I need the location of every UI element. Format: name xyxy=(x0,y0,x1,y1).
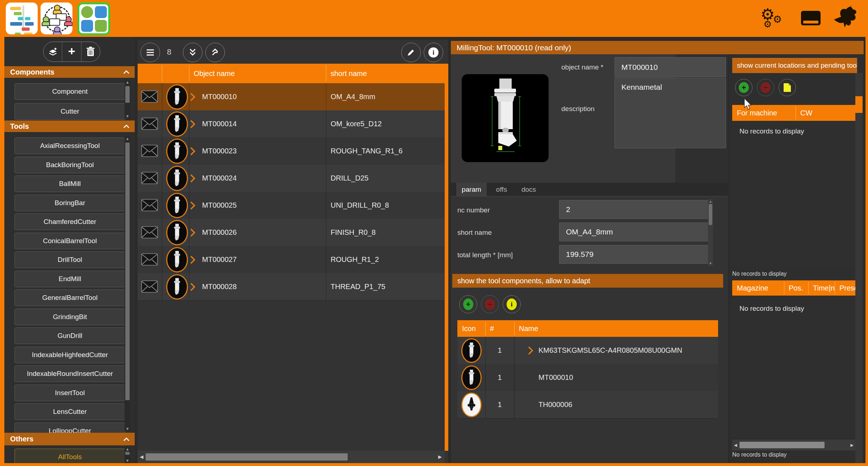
gantt-app-icon[interactable] xyxy=(6,3,38,34)
expand-chevron-icon[interactable] xyxy=(190,174,196,184)
list-menu-button[interactable] xyxy=(141,43,160,62)
short-name-cell: DRILL_D25 xyxy=(331,165,369,192)
column-header-qty[interactable]: # xyxy=(485,320,494,337)
tool-preview-image[interactable] xyxy=(462,74,549,162)
sidebar-item-endmill[interactable]: EndMill xyxy=(14,271,125,287)
locations-horizontal-scrollbar[interactable]: ◀ ▶ xyxy=(732,440,855,450)
sidebar-item-conicalbarreltool[interactable]: ConicalBarrelTool xyxy=(14,233,125,249)
tab-docs[interactable]: docs xyxy=(516,183,541,196)
component-row-mt000010[interactable]: 1 MT000010 xyxy=(457,364,718,391)
add-button[interactable]: + xyxy=(62,42,81,62)
tool-list-horizontal-scrollbar[interactable]: ◀ ▶ xyxy=(138,451,445,463)
sidebar-item-drilltool[interactable]: DrillTool xyxy=(14,251,125,268)
scroll-to-top-button[interactable] xyxy=(205,43,225,62)
tool-row-mt000014[interactable]: MT000014 OM_kore5_D12 xyxy=(138,110,445,138)
sidebar-item-axialrecessingtool[interactable]: AxialRecessingTool xyxy=(14,137,125,154)
delete-button[interactable] xyxy=(81,42,100,62)
tool-row-mt000023[interactable]: MT000023 ROUGH_TANG_R1_6 xyxy=(138,137,445,165)
tool-thumbnail xyxy=(166,247,188,272)
expand-chevron-icon[interactable] xyxy=(190,283,196,292)
edit-button[interactable] xyxy=(401,43,421,62)
sidebar-item-inserttool[interactable]: InsertTool xyxy=(14,385,125,401)
sidebar-item-generalbarreltool[interactable]: GeneralBarrelTool xyxy=(14,289,125,306)
tool-row-mt000028[interactable]: MT000028 THREAD_P1_75 xyxy=(138,273,445,301)
component-row-km63tskgmsl65c-a4r0805m08u00gmn[interactable]: 1 KM63TSKGMSL65C-A4R0805M08U00GMN xyxy=(457,337,718,364)
expand-chevron-icon[interactable] xyxy=(190,120,196,130)
sidebar-item-ballmill[interactable]: BallMill xyxy=(14,175,125,192)
document-button[interactable] xyxy=(779,79,796,96)
components-table-header[interactable]: Icon # Name xyxy=(457,320,718,337)
tool-row-mt000025[interactable]: MT000025 UNI_DRILL_R0_8 xyxy=(138,192,445,219)
column-header-name[interactable]: Name xyxy=(514,320,538,337)
section-header-components[interactable]: Components xyxy=(4,66,135,78)
remove-component-button[interactable]: − xyxy=(481,295,499,313)
sidebar-item-lollipopcutter[interactable]: LollipopCutter xyxy=(14,423,125,433)
sidebar-item-indexablehighfeedcutter[interactable]: IndexableHighfeedCutter xyxy=(14,347,125,363)
tool-list-vertical-scrollbar[interactable] xyxy=(445,64,448,451)
add-location-button[interactable]: + xyxy=(735,79,752,96)
component-row-th000006[interactable]: 1 TH000006 xyxy=(457,391,718,419)
sidebar-item-component[interactable]: Component xyxy=(14,83,125,100)
section-header-others[interactable]: Others xyxy=(4,433,135,445)
tool-row-mt000010[interactable]: MT000010 OM_A4_8mm xyxy=(138,83,445,111)
tool-list-header[interactable]: Object name short name xyxy=(138,64,445,83)
tool-thumbnail xyxy=(166,111,188,137)
sidebar-item-cutter[interactable]: Cutter xyxy=(14,103,125,120)
short-name-cell: FINISH_R0_8 xyxy=(331,219,376,246)
column-header-magazine[interactable]: Magazine xyxy=(732,280,789,296)
sidebar-item-chamferedcutter[interactable]: ChamferedCutter xyxy=(14,213,125,230)
sidebar-item-boringbar[interactable]: BoringBar xyxy=(14,195,125,211)
collaboration-app-icon[interactable] xyxy=(41,3,72,34)
tool-row-mt000024[interactable]: MT000024 DRILL_D25 xyxy=(138,165,445,192)
column-header-for-machine[interactable]: For machine xyxy=(732,105,777,121)
chevron-up-icon xyxy=(123,124,130,128)
sidebar-item-alltools[interactable]: AllTools xyxy=(14,449,125,463)
tool-row-mt000026[interactable]: MT000026 FINISH_R0_8 xyxy=(138,219,445,246)
column-header-preset[interactable]: Preset xyxy=(835,280,855,296)
sidebar-item-backboringtool[interactable]: BackBoringTool xyxy=(14,157,125,173)
sidebar-item-gundrill[interactable]: GunDrill xyxy=(14,327,125,344)
total-length-input[interactable]: 199.579 xyxy=(559,245,711,264)
add-component-button[interactable]: + xyxy=(459,295,477,313)
column-header-short-name[interactable]: short name xyxy=(326,64,449,83)
expand-chevron-icon[interactable] xyxy=(190,229,196,238)
components-scrollbar[interactable]: ▲ ▼ xyxy=(125,80,130,119)
magazine-table-header[interactable]: Magazine Pos. Time|n Preset xyxy=(732,280,855,296)
hummingbird-icon[interactable] xyxy=(831,5,857,33)
tab-offs[interactable]: offs xyxy=(489,183,514,196)
expand-chevron-icon[interactable] xyxy=(190,202,196,211)
others-scrollbar[interactable]: ▲ ▼ xyxy=(125,446,130,463)
sidebar-item-lenscutter[interactable]: LensCutter xyxy=(14,403,125,420)
expand-chevron-icon[interactable] xyxy=(190,147,196,157)
fields-scrollbar[interactable]: ▲ ▼ xyxy=(708,199,713,266)
short-name-cell: UNI_DRILL_R0_8 xyxy=(331,192,389,219)
object-name-input[interactable]: MT000010 xyxy=(615,57,726,77)
sidebar-item-indexableroundinsertcutter[interactable]: IndexableRoundInsertCutter xyxy=(14,365,125,382)
column-header-object-name[interactable]: Object name xyxy=(189,64,331,83)
column-header-cw[interactable]: CW xyxy=(796,105,812,121)
tool-row-mt000027[interactable]: MT000027 ROUGH_R1_2 xyxy=(138,246,445,274)
tools-scrollbar[interactable]: ▲ ▼ xyxy=(125,136,130,431)
section-header-tools[interactable]: Tools xyxy=(4,120,135,132)
expand-chevron-icon[interactable] xyxy=(528,347,533,356)
short-name-cell: ROUGH_R1_2 xyxy=(331,246,379,273)
locations-vertical-scrollbar[interactable] xyxy=(855,73,863,463)
info-button[interactable]: i xyxy=(424,43,443,62)
expand-chevron-icon[interactable] xyxy=(190,256,196,265)
short-name-input[interactable]: OM_A4_8mm xyxy=(559,223,711,241)
scrollbar-thumb[interactable] xyxy=(855,96,863,113)
remove-location-button[interactable]: − xyxy=(757,79,774,96)
column-header-icon[interactable]: Icon xyxy=(457,320,476,337)
nc-number-label: nc number xyxy=(457,206,490,214)
sidebar-item-grindingbit[interactable]: GrindingBit xyxy=(14,309,125,325)
short-name-cell: OM_kore5_D12 xyxy=(331,110,382,137)
component-info-button[interactable]: i xyxy=(503,295,521,313)
expand-chevron-icon[interactable] xyxy=(190,93,196,102)
new-layer-button[interactable] xyxy=(43,42,62,62)
scroll-to-bottom-button[interactable] xyxy=(183,43,202,62)
settings-gears-icon[interactable]: ⚙ ⚙ ⚙ xyxy=(760,7,786,32)
tab-param[interactable]: param xyxy=(456,183,487,196)
modules-app-icon[interactable] xyxy=(77,3,110,35)
description-input[interactable]: Kennametal xyxy=(615,78,726,148)
nc-number-input[interactable]: 2 xyxy=(559,200,711,219)
